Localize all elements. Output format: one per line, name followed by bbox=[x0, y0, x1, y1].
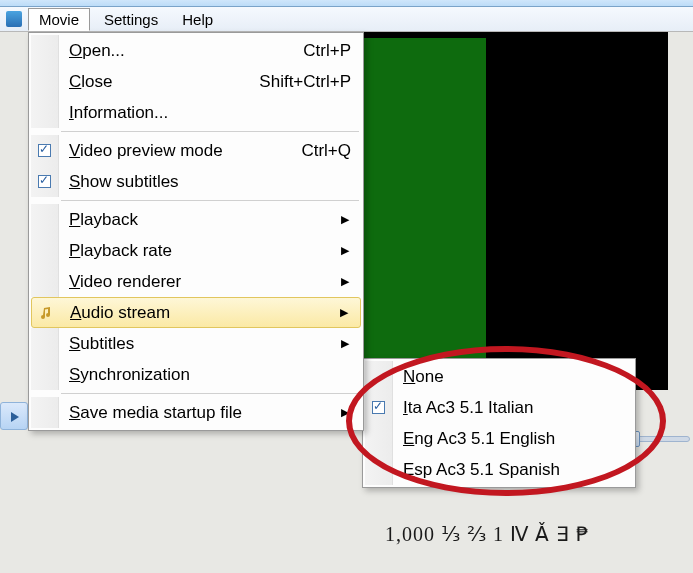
menu-movie[interactable]: Movie bbox=[28, 8, 90, 31]
play-icon bbox=[11, 412, 19, 422]
menuitem-synchronization[interactable]: Synchronization bbox=[31, 359, 361, 390]
app-icon bbox=[6, 11, 22, 27]
menuitem-audio-stream[interactable]: Audio stream ▶ bbox=[31, 297, 361, 328]
menuitem-subtitles[interactable]: Subtitles ▶ bbox=[31, 328, 361, 359]
menuitem-video-preview[interactable]: Video preview mode Ctrl+Q bbox=[31, 135, 361, 166]
menuitem-show-subtitles[interactable]: Show subtitles bbox=[31, 166, 361, 197]
audio-option-eng[interactable]: Eng Ac3 5.1 English bbox=[365, 423, 633, 454]
movie-dropdown: Open... Ctrl+P Close Shift+Ctrl+P Inform… bbox=[28, 32, 364, 431]
submenu-arrow-icon: ▶ bbox=[341, 406, 361, 419]
menuitem-close[interactable]: Close Shift+Ctrl+P bbox=[31, 66, 361, 97]
window-titlebar bbox=[0, 0, 693, 7]
submenu-arrow-icon: ▶ bbox=[341, 337, 361, 350]
check-icon bbox=[372, 401, 385, 414]
submenu-arrow-icon: ▶ bbox=[341, 244, 361, 257]
check-icon bbox=[38, 175, 51, 188]
menu-settings[interactable]: Settings bbox=[94, 9, 168, 30]
menu-help[interactable]: Help bbox=[172, 9, 223, 30]
menuitem-save-media[interactable]: Save media startup file ▶ bbox=[31, 397, 361, 428]
menuitem-information[interactable]: Information... bbox=[31, 97, 361, 128]
audio-option-esp[interactable]: Esp Ac3 5.1 Spanish bbox=[365, 454, 633, 485]
menuitem-open[interactable]: Open... Ctrl+P bbox=[31, 35, 361, 66]
separator bbox=[61, 393, 359, 394]
separator bbox=[61, 131, 359, 132]
audio-stream-submenu: None Ita Ac3 5.1 Italian Eng Ac3 5.1 Eng… bbox=[362, 358, 636, 488]
audio-option-none[interactable]: None bbox=[365, 361, 633, 392]
sample-text: 1,000 ⅓ ⅔ 1 Ⅳ Ǎ ∃ ₱ bbox=[385, 522, 590, 546]
submenu-arrow-icon: ▶ bbox=[340, 306, 360, 319]
menuitem-video-renderer[interactable]: Video renderer ▶ bbox=[31, 266, 361, 297]
menuitem-playback-rate[interactable]: Playback rate ▶ bbox=[31, 235, 361, 266]
audio-option-ita[interactable]: Ita Ac3 5.1 Italian bbox=[365, 392, 633, 423]
menubar: Movie Settings Help bbox=[0, 7, 693, 32]
menuitem-playback[interactable]: Playback ▶ bbox=[31, 204, 361, 235]
play-button[interactable] bbox=[0, 402, 28, 430]
separator bbox=[61, 200, 359, 201]
submenu-arrow-icon: ▶ bbox=[341, 275, 361, 288]
music-note-icon bbox=[39, 306, 53, 320]
check-icon bbox=[38, 144, 51, 157]
submenu-arrow-icon: ▶ bbox=[341, 213, 361, 226]
